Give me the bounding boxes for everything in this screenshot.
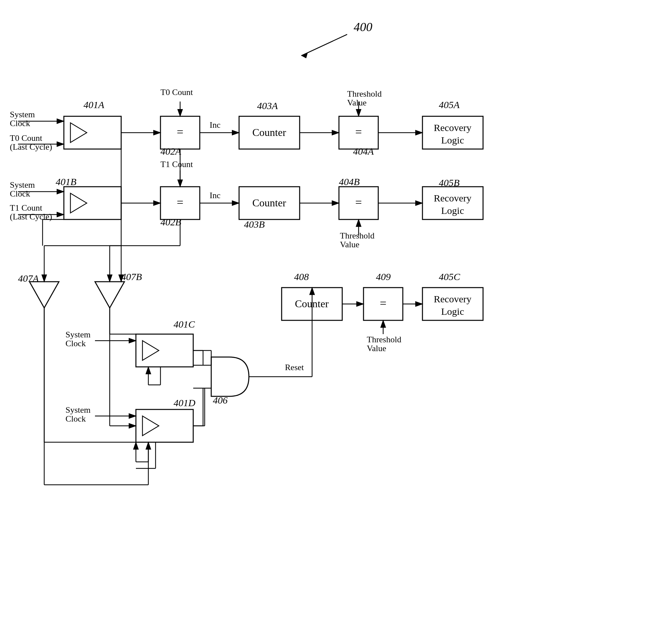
svg-line-91 <box>301 34 347 56</box>
svg-text:(Last Cycle): (Last Cycle) <box>10 212 52 222</box>
svg-text:Recovery: Recovery <box>434 192 472 203</box>
svg-text:406: 406 <box>213 395 227 406</box>
svg-text:T0 Count: T0 Count <box>160 87 193 97</box>
svg-marker-30 <box>95 282 125 308</box>
svg-text:Clock: Clock <box>10 189 30 199</box>
svg-text:=: = <box>355 196 362 209</box>
svg-text:Logic: Logic <box>441 135 464 146</box>
svg-text:=: = <box>177 196 183 209</box>
svg-text:Threshold: Threshold <box>367 335 401 344</box>
svg-text:System: System <box>65 405 91 415</box>
svg-text:Counter: Counter <box>252 197 286 209</box>
svg-text:Logic: Logic <box>441 205 464 216</box>
svg-text:T1 Count: T1 Count <box>160 159 193 169</box>
svg-text:404B: 404B <box>339 176 359 187</box>
svg-text:=: = <box>177 126 183 138</box>
svg-text:Clock: Clock <box>65 414 86 423</box>
svg-text:401D: 401D <box>173 397 195 408</box>
svg-text:Recovery: Recovery <box>434 122 472 133</box>
svg-text:T1 Count: T1 Count <box>10 203 43 213</box>
svg-text:Value: Value <box>367 344 386 353</box>
svg-text:Reset: Reset <box>285 363 304 372</box>
svg-text:407B: 407B <box>121 271 142 282</box>
svg-text:System: System <box>10 180 35 190</box>
svg-text:Threshold: Threshold <box>347 89 381 99</box>
svg-text:Recovery: Recovery <box>434 293 472 304</box>
svg-text:405C: 405C <box>439 271 460 282</box>
diagram-container: = Counter = Recovery Logic = Counter <box>0 0 672 624</box>
svg-text:403B: 403B <box>244 219 265 230</box>
svg-text:Logic: Logic <box>441 306 464 317</box>
svg-text:401C: 401C <box>173 319 195 330</box>
svg-text:402B: 402B <box>160 216 181 227</box>
svg-text:Clock: Clock <box>10 119 30 128</box>
svg-text:400: 400 <box>354 20 372 34</box>
svg-text:Value: Value <box>340 240 359 249</box>
svg-text:Clock: Clock <box>65 339 86 348</box>
svg-text:401B: 401B <box>56 176 76 187</box>
svg-text:=: = <box>355 126 362 138</box>
svg-text:System: System <box>65 330 91 339</box>
svg-text:405A: 405A <box>439 99 460 110</box>
svg-text:401A: 401A <box>83 99 105 110</box>
svg-text:407A: 407A <box>18 273 39 284</box>
svg-text:404A: 404A <box>353 146 374 157</box>
svg-text:402A: 402A <box>160 146 182 157</box>
svg-text:Inc: Inc <box>210 120 220 130</box>
svg-text:Threshold: Threshold <box>340 231 374 240</box>
svg-text:System: System <box>10 110 35 119</box>
svg-text:409: 409 <box>376 271 391 282</box>
svg-text:Value: Value <box>347 98 367 107</box>
svg-text:408: 408 <box>294 271 309 282</box>
svg-text:T0 Count: T0 Count <box>10 133 43 143</box>
svg-marker-92 <box>301 52 308 58</box>
svg-text:Counter: Counter <box>252 126 286 138</box>
svg-text:(Last Cycle): (Last Cycle) <box>10 142 52 152</box>
circuit-diagram: = Counter = Recovery Logic = Counter <box>0 0 672 624</box>
svg-text:Inc: Inc <box>210 191 220 200</box>
svg-marker-29 <box>29 282 59 308</box>
svg-text:403A: 403A <box>257 100 278 111</box>
svg-text:=: = <box>380 297 386 310</box>
svg-text:405B: 405B <box>439 177 459 188</box>
